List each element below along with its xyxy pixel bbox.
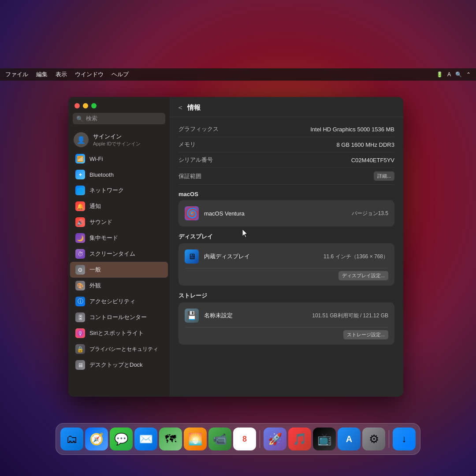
serial-label: シリアル番号 — [178, 156, 213, 164]
display-card: 🖥 内蔵ディスプレイ 11.6 インチ（1366 × 768） ディスプレイ設定… — [178, 243, 394, 286]
sidebar-label-notifications: 通知 — [89, 202, 101, 210]
dock-facetime[interactable]: 📹 — [208, 428, 231, 450]
sidebar-label-network: ネットワーク — [89, 186, 124, 194]
dock-launchpad[interactable]: 🚀 — [264, 428, 286, 450]
dock-safari[interactable]: 🧭 — [85, 428, 108, 450]
sidebar-label-focus: 集中モード — [89, 234, 118, 242]
main-content: ＜ 情報 グラフィックス Intel HD Graphics 5000 1536… — [170, 97, 403, 397]
dock-systemprefs[interactable]: ⚙ — [362, 428, 385, 450]
menu-item-window[interactable]: ウインドウ — [75, 71, 104, 78]
search-field[interactable]: 🔍 検索 — [73, 113, 165, 124]
dock-calendar[interactable]: 8 — [233, 428, 256, 450]
dock-messages[interactable]: 💬 — [110, 428, 133, 450]
sidebar-item-desktop[interactable]: 🖥 デスクトップとDock — [70, 357, 168, 373]
dock-music[interactable]: 🎵 — [288, 428, 311, 450]
dock-finder[interactable]: 🗂 — [60, 428, 83, 450]
storage-name: 名称未設定 — [204, 312, 307, 320]
bluetooth-icon: ✦ — [75, 170, 85, 179]
close-button[interactable] — [74, 103, 80, 108]
sidebar-item-screentime[interactable]: ⏱ スクリーンタイム — [70, 246, 168, 262]
display-info: 内蔵ディスプレイ — [204, 253, 318, 260]
menubar-right: 🔋 A 🔍 ⌃ — [436, 71, 471, 78]
display-sub-row: ディスプレイ設定... — [185, 268, 388, 281]
input-method-icon: A — [447, 71, 451, 78]
sidebar-item-notifications[interactable]: 🔔 通知 — [70, 198, 168, 214]
sidebar-item-sound[interactable]: 🔊 サウンド — [70, 214, 168, 230]
dock-photos[interactable]: 🌅 — [184, 428, 207, 450]
sidebar-label-desktop: デスクトップとDock — [89, 361, 143, 369]
accessibility-icon: ⓘ — [75, 297, 85, 306]
dock-appstore[interactable]: A — [338, 428, 361, 450]
display-settings-button[interactable]: ディスプレイ設定... — [338, 271, 388, 280]
menubar: ファイル 編集 表示 ウインドウ ヘルプ 🔋 A 🔍 ⌃ — [0, 68, 476, 81]
appearance-icon: 🎨 — [75, 281, 85, 290]
account-sub: Apple IDでサインイン — [93, 141, 141, 147]
warranty-details-button[interactable]: 詳細... — [374, 171, 394, 181]
menu-item-edit[interactable]: 編集 — [36, 71, 48, 78]
sidebar-label-sound: サウンド — [89, 218, 112, 226]
controlcenter-icon: 🎛 — [75, 312, 85, 322]
dock: 🗂 🧭 💬 ✉️ 🗺 🌅 📹 8 🚀 🎵 📺 A ⚙ ↓ — [56, 423, 420, 455]
display-section-header: ディスプレイ — [178, 233, 394, 241]
menu-item-help[interactable]: ヘルプ — [112, 71, 129, 78]
search-icon[interactable]: 🔍 — [455, 71, 462, 78]
sidebar: 🔍 検索 👤 サインイン Apple IDでサインイン 📶 Wi-Fi ✦ Bl… — [68, 97, 170, 397]
sidebar-item-appearance[interactable]: 🎨 外観 — [70, 278, 168, 294]
menu-item-file[interactable]: ファイル — [5, 71, 28, 78]
search-placeholder: 検索 — [86, 115, 97, 123]
menu-item-view[interactable]: 表示 — [56, 71, 67, 78]
sidebar-label-general: 一般 — [89, 266, 101, 274]
macos-card-row: 🌀 macOS Ventura バージョン13.5 — [185, 205, 388, 222]
sidebar-item-bluetooth[interactable]: ✦ Bluetooth — [70, 167, 168, 182]
memory-value: 8 GB 1600 MHz DDR3 — [337, 141, 395, 148]
focus-icon: 🌙 — [75, 233, 85, 243]
storage-info: 名称未設定 — [204, 312, 307, 320]
content-header: ＜ 情報 — [170, 97, 403, 117]
screentime-icon: ⏱ — [75, 249, 85, 259]
sidebar-label-bluetooth: Bluetooth — [89, 171, 114, 178]
page-title: 情報 — [187, 104, 201, 112]
macos-section-header: macOS — [178, 191, 394, 197]
back-button[interactable]: ＜ — [177, 103, 184, 112]
battery-icon: 🔋 — [436, 71, 443, 78]
system-preferences-window: 🔍 検索 👤 サインイン Apple IDでサインイン 📶 Wi-Fi ✦ Bl… — [68, 97, 403, 397]
sidebar-item-focus[interactable]: 🌙 集中モード — [70, 230, 168, 246]
sidebar-item-network[interactable]: 🌐 ネットワーク — [70, 182, 168, 198]
dock-download[interactable]: ↓ — [393, 428, 416, 450]
macos-card: 🌀 macOS Ventura バージョン13.5 — [178, 200, 394, 227]
display-card-row: 🖥 内蔵ディスプレイ 11.6 インチ（1366 × 768） — [185, 248, 388, 265]
dock-tv[interactable]: 📺 — [313, 428, 336, 450]
dock-divider-2 — [389, 430, 389, 448]
control-icon[interactable]: ⌃ — [466, 71, 471, 78]
dock-mail[interactable]: ✉️ — [134, 428, 157, 450]
sidebar-item-siri[interactable]: 🎙 Siriとスポットライト — [70, 325, 168, 341]
graphics-row: グラフィックス Intel HD Graphics 5000 1536 MB — [178, 122, 394, 137]
serial-value: C02M40ETF5YV — [351, 157, 394, 164]
dock-maps[interactable]: 🗺 — [159, 428, 182, 450]
menubar-left: ファイル 編集 表示 ウインドウ ヘルプ — [5, 71, 129, 78]
storage-section-header: ストレージ — [178, 292, 394, 300]
sidebar-label-controlcenter: コントロールセンター — [89, 313, 147, 321]
storage-card: 💾 名称未設定 101.51 GB利用可能 / 121.12 GB ストレージ設… — [178, 302, 394, 345]
account-name: サインイン — [93, 133, 141, 141]
account-section[interactable]: 👤 サインイン Apple IDでサインイン — [68, 129, 170, 151]
network-icon: 🌐 — [75, 186, 85, 195]
display-name: 内蔵ディスプレイ — [204, 253, 318, 260]
macos-info: macOS Ventura — [204, 210, 346, 217]
maximize-button[interactable] — [91, 103, 97, 108]
sidebar-item-general[interactable]: ⚙ 一般 — [70, 262, 168, 278]
minimize-button[interactable] — [83, 103, 88, 108]
memory-label: メモリ — [178, 141, 196, 149]
siri-icon: 🎙 — [75, 328, 85, 338]
macos-icon: 🌀 — [185, 206, 199, 220]
sidebar-label-appearance: 外観 — [89, 282, 101, 290]
notifications-icon: 🔔 — [75, 201, 85, 211]
sidebar-label-wifi: Wi-Fi — [89, 156, 103, 162]
cursor — [242, 229, 249, 238]
sidebar-item-wifi[interactable]: 📶 Wi-Fi — [70, 151, 168, 167]
sidebar-item-accessibility[interactable]: ⓘ アクセシビリティ — [70, 294, 168, 309]
storage-settings-button[interactable]: ストレージ設定... — [343, 330, 388, 339]
sidebar-item-controlcenter[interactable]: 🎛 コントロールセンター — [70, 309, 168, 325]
graphics-label: グラフィックス — [178, 125, 219, 133]
sidebar-item-privacy[interactable]: 🔒 プライバシーとセキュリティ — [70, 341, 168, 357]
